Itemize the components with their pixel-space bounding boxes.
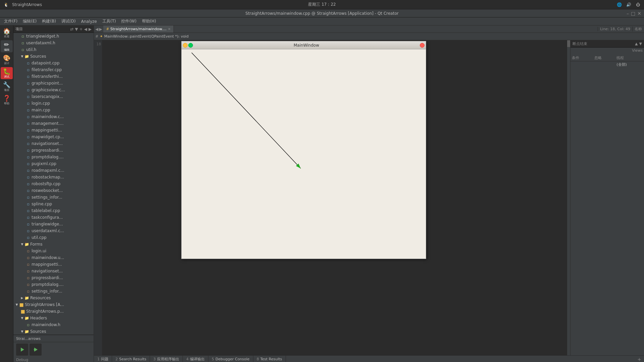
tree-item-settings-ui[interactable]: ▫settings_infor... xyxy=(13,288,94,295)
tree-item-mainwindow-ui[interactable]: ▫mainwindow.u... xyxy=(13,254,94,261)
main-scrollbar[interactable] xyxy=(567,40,570,355)
menu-controls[interactable]: 控件(W) xyxy=(118,18,139,25)
tree-item-util-h[interactable]: ▫ util.h xyxy=(13,46,94,53)
sidebar-nav-back-icon[interactable]: ◀ xyxy=(84,27,87,32)
sidebar-bottom: Strai...arrows Debug xyxy=(13,334,94,362)
tab-close-btn[interactable]: ✕ xyxy=(168,27,170,31)
tree-item-progressbardi-ui[interactable]: ▫progressbardi... xyxy=(13,274,94,281)
bottom-tab-app-output[interactable]: 3 应用程序输出 xyxy=(150,356,183,362)
tree-folder-forms[interactable]: ▼ 📁 Forms xyxy=(13,241,94,248)
run-icon[interactable] xyxy=(16,344,28,356)
window-controls[interactable]: – □ ✕ xyxy=(627,11,641,16)
menu-analyze[interactable]: Analyze xyxy=(78,18,99,24)
right-scroll-down[interactable]: ▼ xyxy=(639,42,642,46)
tree-item-promptdialog-cpp[interactable]: ▫promptdialog.... xyxy=(13,154,94,160)
add-panel-btn[interactable]: + xyxy=(635,357,644,362)
minimize-btn[interactable]: – xyxy=(627,11,629,16)
tree-label: tablelabel.cpp xyxy=(32,208,60,213)
editor-tab-mainwindow[interactable]: # StraightArrows/mainwindow.... ✕ xyxy=(103,25,174,33)
nav-fwd-icon[interactable]: ▶ xyxy=(99,27,102,32)
tree-item-mapwidget-cpp[interactable]: ▫mapwidget.cp... xyxy=(13,134,94,140)
tree-folder-headers-sub[interactable]: ▼ 📁 Headers xyxy=(13,315,94,321)
tree-item-login-ui[interactable]: ▫login.ui xyxy=(13,248,94,254)
project-label[interactable]: Strai...arrows xyxy=(13,335,94,342)
tree-item-pugixml-cpp[interactable]: ▫pugixml.cpp xyxy=(13,160,94,167)
app-icon-debug[interactable]: 🐛 调试 xyxy=(1,67,13,79)
tree-label: Sources xyxy=(30,54,46,59)
bottom-tab-debugger[interactable]: 5 Debugger Console xyxy=(208,356,253,362)
tree-folder-resources[interactable]: ▶ 📁 Resources xyxy=(13,295,94,301)
tab-num: 4 xyxy=(186,357,189,361)
top-bar-right: 🌐 🔊 ⏻ xyxy=(616,1,641,8)
debug-run-icon[interactable] xyxy=(30,344,42,356)
tree-item-management-cpp[interactable]: ▫management.... xyxy=(13,120,94,127)
sidebar-sync-icon[interactable]: ⇄ xyxy=(70,27,73,32)
tree-item-progressbar-cpp[interactable]: ▫progressbardi... xyxy=(13,147,94,154)
name-label: 名称 xyxy=(635,27,642,32)
tree-folder-sources[interactable]: ▼ 📁 Sources xyxy=(13,53,94,60)
right-scroll-up[interactable]: ▲ xyxy=(635,42,638,46)
tree-item-tablelabel-cpp[interactable]: ▫tablelabel.cpp xyxy=(13,207,94,214)
menu-tools[interactable]: 工具(T) xyxy=(100,18,119,25)
close-button[interactable] xyxy=(420,43,425,48)
tree-item-graphicsview-cpp[interactable]: ▫graphicsview.c... xyxy=(13,87,94,93)
file-ui-icon: ▫ xyxy=(26,268,31,274)
sidebar-add-icon[interactable]: + xyxy=(79,27,83,32)
tree-item-taskconfig-cpp[interactable]: ▫taskconfigura... xyxy=(13,214,94,221)
app-icon-welcome[interactable]: 🏠 欢迎 xyxy=(1,27,13,39)
tab-label: 问题 xyxy=(101,357,108,362)
sidebar-nav-fwd-icon[interactable]: ▶ xyxy=(89,27,92,32)
file-cpp-icon: ▫ xyxy=(26,174,31,180)
tree-item-filetransfer-cpp[interactable]: ▫filetransfer.cpp xyxy=(13,66,94,73)
tree-item-laserscan-cpp[interactable]: ▫laserscanqpix... xyxy=(13,93,94,100)
tree-folder-sources-sub[interactable]: ▼ 📁 Sources xyxy=(13,328,94,334)
tree-item-roadmapxml-cpp[interactable]: ▫roadmapxml.c... xyxy=(13,167,94,174)
menu-help[interactable]: 帮助(H) xyxy=(139,18,159,25)
tree-item-promptdialog-ui[interactable]: ▫promptdialog.... xyxy=(13,281,94,288)
bottom-tab-compile[interactable]: 4 编译输出 xyxy=(183,356,208,362)
close-btn[interactable]: ✕ xyxy=(637,11,641,16)
tree-item-filetransferthi-cpp[interactable]: ▫filetransferthi... xyxy=(13,73,94,80)
tree-item-settings-cpp[interactable]: ▫settings_infor... xyxy=(13,194,94,201)
tree-item-roswebsocket-cpp[interactable]: ▫roswebsocket... xyxy=(13,187,94,194)
app-icon-design[interactable]: 🎨 设计 xyxy=(1,54,13,66)
tree-item-spline-cpp[interactable]: ▫spline.cpp xyxy=(13,201,94,207)
tree-item-datapoint-cpp[interactable]: ▫datapoint.cpp xyxy=(13,60,94,66)
maximize-button[interactable] xyxy=(188,43,193,48)
tree-item-mappingsetti-cpp[interactable]: ▫mappingsetti... xyxy=(13,127,94,134)
tree-item-straightarrows-pro[interactable]: ■ StraightArrows.p... xyxy=(13,308,94,315)
tree-item-userdataxml-h[interactable]: ▫ userdataxml.h xyxy=(13,40,94,46)
tree-item-main-cpp[interactable]: ▫main.cpp xyxy=(13,107,94,113)
app-icon-edit[interactable]: ✏️ 编辑 xyxy=(1,40,13,52)
menu-file[interactable]: 文件(F) xyxy=(1,18,20,25)
tree-item-util-cpp[interactable]: ▫util.cpp xyxy=(13,234,94,241)
main-window-preview[interactable]: MainWindow xyxy=(181,41,426,259)
tree-item-robostackmap-cpp[interactable]: ▫robostackmap... xyxy=(13,174,94,180)
menu-debug[interactable]: 调试(D) xyxy=(59,18,79,25)
app-icon-projects[interactable]: 🔧 项目 xyxy=(1,81,13,93)
tree-item-trianglewidget-h[interactable]: ▫ trianglewidget.h xyxy=(13,33,94,40)
tree-item-mainwindow-h-sub[interactable]: ▫mainwindow.h xyxy=(13,321,94,328)
tree-item-navigationset-ui[interactable]: ▫navigationset... xyxy=(13,268,94,274)
tree-item-trianglewidge-cpp[interactable]: ▫trianglewidge... xyxy=(13,221,94,227)
tree-item-mainwindow-cpp[interactable]: ▫mainwindow.c... xyxy=(13,113,94,120)
tree-item-mappingsetti-ui[interactable]: ▫mappingsetti... xyxy=(13,261,94,268)
menu-build[interactable]: 构建(B) xyxy=(39,18,59,25)
tree-item-login-cpp[interactable]: ▫login.cpp xyxy=(13,100,94,107)
file-h-icon: ▫ xyxy=(20,34,26,39)
bottom-tab-search[interactable]: 2 Search Results xyxy=(112,356,150,362)
tree-item-graphicspoint-cpp[interactable]: ▫graphicspoint... xyxy=(13,80,94,87)
sidebar-header: 项目 ⇄ ▼ + ◀ ▶ xyxy=(13,25,94,33)
tree-item-userdataxml-cpp[interactable]: ▫userdataxml.c... xyxy=(13,227,94,234)
menu-edit[interactable]: 编辑(E) xyxy=(20,18,39,25)
tree-item-robostsftp-cpp[interactable]: ▫robostsftp.cpp xyxy=(13,180,94,187)
minimize-button[interactable] xyxy=(183,43,188,48)
app-icon-help[interactable]: ❓ 帮助 xyxy=(1,94,13,106)
bottom-tab-test[interactable]: 8 Test Results xyxy=(253,356,286,362)
sidebar-filter-icon[interactable]: ▼ xyxy=(75,27,78,32)
maximize-btn[interactable]: □ xyxy=(631,11,635,16)
tree-folder-straightarrows[interactable]: ▼ ■ StraightArrows [A... xyxy=(13,301,94,308)
bottom-tab-issues[interactable]: 1 问题 xyxy=(94,356,112,362)
tree-item-navigation-cpp[interactable]: ▫navigationset... xyxy=(13,140,94,147)
nav-back-icon[interactable]: ◀ xyxy=(95,27,98,32)
